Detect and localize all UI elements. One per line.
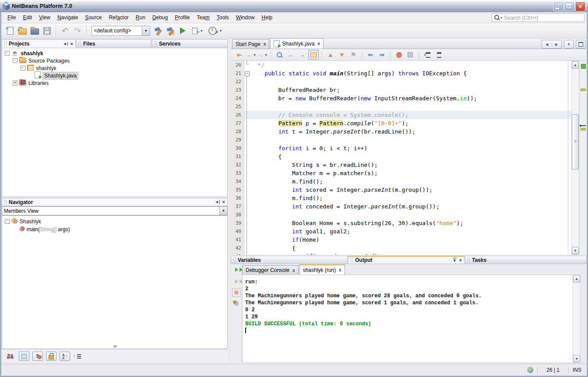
menu-refactor[interactable]: Refactor <box>105 13 132 22</box>
code-line-20[interactable]: */ <box>244 61 571 69</box>
stop-macro-button[interactable] <box>405 50 415 60</box>
search-dropdown-caret-icon[interactable]: ▾ <box>500 16 502 20</box>
collapse-icon[interactable]: - <box>13 58 18 63</box>
line-number[interactable]: 23 <box>231 86 244 94</box>
code-line-23[interactable]: BufferedReader br; <box>244 86 571 94</box>
navigator-view-combobox[interactable]: Members View ▼ <box>2 206 228 215</box>
line-number[interactable]: 20 <box>231 61 244 69</box>
line-number[interactable]: 36 <box>231 194 244 202</box>
new-project-button[interactable]: + <box>16 25 28 37</box>
code-line-30[interactable]: for(int i = 0; i < t; i++) <box>244 144 571 152</box>
line-number[interactable]: 42 <box>231 244 244 252</box>
close-window-icon[interactable]: × <box>459 258 462 263</box>
line-number[interactable]: 40 <box>231 227 244 236</box>
find-next-button[interactable]: → <box>297 50 307 60</box>
collapse-icon[interactable]: - <box>21 66 25 70</box>
code-line-27[interactable]: Pattern p = Pattern.compile("[0-9]+"); <box>244 119 571 127</box>
close-tab-icon[interactable]: x <box>339 268 342 272</box>
close-window-icon[interactable]: × <box>222 200 225 204</box>
scroll-tabs-left-icon[interactable]: ◀ <box>542 42 552 46</box>
close-button[interactable]: × <box>575 2 585 11</box>
tasks-window-header[interactable]: Tasks <box>465 256 586 264</box>
tab-debugger-console[interactable]: Debugger Console x <box>242 265 299 275</box>
shift-left-button[interactable]: ⇐ <box>365 50 376 60</box>
code-line-22[interactable] <box>244 78 571 86</box>
line-number[interactable]: 29 <box>231 136 244 144</box>
maximize-editor-icon[interactable] <box>576 40 585 49</box>
tab-list-dropdown-icon[interactable]: ▼ <box>564 40 574 49</box>
menu-source[interactable]: Source <box>81 13 105 22</box>
code-line-38[interactable] <box>244 211 571 219</box>
menu-profile[interactable]: Profile <box>171 13 193 22</box>
minimize-window-icon[interactable]: ◄ <box>63 42 68 46</box>
menu-debug[interactable]: Debug <box>149 13 171 22</box>
maximize-button[interactable] <box>564 2 574 11</box>
code-line-35[interactable]: int scored = Integer.parseInt(m.group())… <box>244 186 571 194</box>
code-line-36[interactable]: m.find(); <box>244 194 571 202</box>
scroll-down-icon[interactable]: ▼ <box>573 355 580 363</box>
line-number[interactable]: 28 <box>231 127 244 136</box>
code-line-34[interactable]: m.find(); <box>244 177 571 186</box>
close-window-icon[interactable]: × <box>70 42 73 46</box>
rerun-with-args-button[interactable] <box>232 277 241 286</box>
code-line-39[interactable]: Boolean Home = s.substring(26, 30).equal… <box>244 219 571 227</box>
tree-row-libraries[interactable]: + Libraries <box>13 79 49 87</box>
menu-edit[interactable]: Edit <box>19 13 35 22</box>
back-button[interactable]: ←▾ <box>246 50 256 60</box>
scrollbar-thumb[interactable] <box>572 114 579 169</box>
undo-button[interactable]: ↶ <box>59 25 71 37</box>
rerun-button[interactable] <box>232 265 241 274</box>
menu-window[interactable]: Window <box>232 13 258 22</box>
warning-mark[interactable] <box>581 88 586 91</box>
stop-run-button[interactable] <box>232 288 241 297</box>
services-window-header[interactable]: Services <box>152 39 228 48</box>
line-number[interactable]: 35 <box>231 186 244 194</box>
fold-collapse-icon[interactable]: − <box>245 71 250 76</box>
error-stripe[interactable] <box>579 61 586 255</box>
quick-search[interactable]: ▾ Search (Ctrl+I) <box>492 14 584 22</box>
tree-row-main-method[interactable]: main(String[] args) <box>20 225 70 233</box>
line-number[interactable]: 26 <box>231 111 244 119</box>
tree-row-source-packages[interactable]: - Source Packages <box>13 57 70 64</box>
line-number[interactable]: 34 <box>231 177 244 186</box>
output-menu-icon[interactable]: ▼ <box>453 258 457 263</box>
comment-button[interactable]: // <box>422 50 433 60</box>
code-line-40[interactable]: int goal1, goal2; <box>244 227 571 236</box>
debug-project-button[interactable]: ▾ <box>189 25 206 37</box>
line-number[interactable]: 39 <box>231 219 244 227</box>
line-number[interactable]: 38 <box>231 211 244 219</box>
clean-build-button[interactable] <box>164 25 176 37</box>
code-line-25[interactable] <box>244 102 571 111</box>
line-number[interactable]: 25 <box>231 102 244 111</box>
menu-team[interactable]: Team <box>193 13 213 22</box>
line-number[interactable]: 31 <box>231 152 244 161</box>
warning-mark[interactable] <box>581 128 586 130</box>
start-macro-button[interactable] <box>394 50 404 60</box>
title-bar[interactable]: NetBeans Platform 7.0 × <box>0 0 588 12</box>
line-number[interactable]: 30 <box>231 144 244 152</box>
sort-alphabetically-button[interactable]: AZ <box>60 352 70 361</box>
sort-by-source-button[interactable] <box>73 352 84 361</box>
navigator-window-header[interactable]: Navigator ◄ × <box>2 198 228 206</box>
config-dropdown-icon[interactable]: ▼ <box>142 26 150 35</box>
line-number[interactable]: 41 <box>231 236 244 244</box>
menu-file[interactable]: File <box>4 13 19 22</box>
close-tab-icon[interactable]: x <box>317 41 320 46</box>
output-console[interactable]: run:2The Machinegunners played home game… <box>242 275 573 363</box>
code-fold-bar[interactable]: − <box>244 61 250 255</box>
splitter-collapse-icon[interactable] <box>113 345 117 348</box>
redo-button[interactable]: ↷ <box>71 25 84 37</box>
line-number[interactable]: 22 <box>231 78 244 86</box>
code-line-41[interactable]: if(Home) <box>244 236 571 244</box>
build-project-button[interactable] <box>152 25 164 37</box>
line-number[interactable]: 43 <box>231 252 244 255</box>
scroll-up-icon[interactable]: ▲ <box>572 61 579 69</box>
last-edited-button[interactable]: ⇤ <box>234 50 245 60</box>
files-window-header[interactable]: Files <box>76 39 151 48</box>
show-inherited-members-button[interactable] <box>5 352 16 361</box>
config-combobox[interactable]: <default config> ▼ <box>92 26 150 36</box>
code-line-29[interactable] <box>244 136 571 144</box>
minimize-button[interactable] <box>553 2 563 11</box>
menu-tools[interactable]: Tools <box>213 13 232 22</box>
previous-occurrence-button[interactable]: ▲ <box>325 50 336 60</box>
